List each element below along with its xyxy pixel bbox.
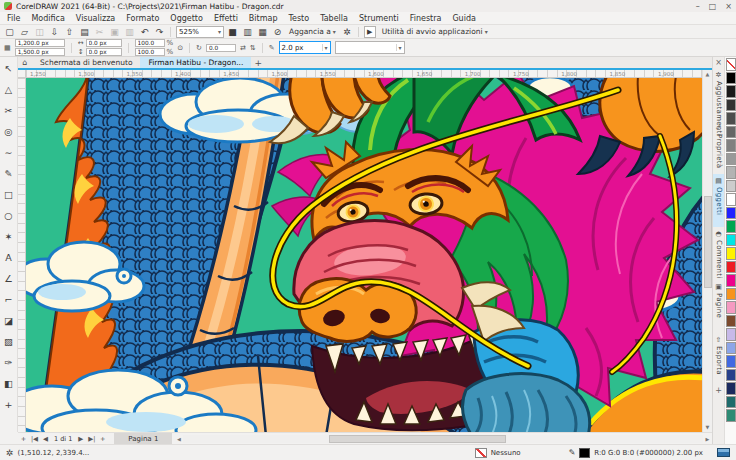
zoom-level-combo[interactable]: 525% ▾ <box>176 26 224 38</box>
palette-swatch-F7941D[interactable] <box>726 288 736 301</box>
status-gear-icon[interactable]: ✲ <box>6 448 14 458</box>
freehand-tool[interactable]: ∼ <box>1 142 17 163</box>
palette-swatch-F49AC1[interactable] <box>726 301 736 314</box>
palette-swatch-00A651[interactable] <box>726 220 736 233</box>
color-eyedropper-tool[interactable]: ✑ <box>1 352 17 373</box>
scale-h-field[interactable] <box>135 39 165 47</box>
next-page-button[interactable]: ▶ <box>75 435 86 443</box>
vertical-ruler[interactable]: 2,2502,3002,3502,4002,4502,5002,550 <box>18 78 26 432</box>
palette-no-color[interactable] <box>726 58 736 71</box>
palette-swatch-666666[interactable] <box>726 126 736 139</box>
outline-width-combo[interactable]: 2.0 px ▾ <box>279 41 331 54</box>
scale-v-field[interactable] <box>135 48 165 56</box>
menu-finestra[interactable]: Finestra <box>410 14 442 23</box>
page-width-field[interactable] <box>15 39 65 47</box>
scroll-right-icon[interactable]: ▶ <box>703 436 712 442</box>
print-icon[interactable]: ▤ <box>79 26 90 38</box>
docker-tab-aggiustamenti[interactable]: ✲Aggiustamenti <box>713 68 725 121</box>
docker-tab-oggetti[interactable]: ▤Oggetti <box>713 174 725 227</box>
docker-add-button[interactable]: + <box>715 386 722 398</box>
transparency-tool[interactable]: ▨ <box>1 331 17 352</box>
scroll-up-icon[interactable]: ▲ <box>706 70 710 79</box>
artistic-media-tool[interactable]: ✎ <box>1 163 17 184</box>
outline-color-swatch[interactable] <box>579 448 590 458</box>
docker-tab-commenti[interactable]: ◓Commenti <box>713 227 725 280</box>
connector-tool[interactable]: ⌐ <box>1 289 17 310</box>
text-tool[interactable]: A <box>1 247 17 268</box>
home-icon[interactable]: ⌂ <box>18 57 32 68</box>
new-document-icon[interactable]: ▢ <box>4 26 15 38</box>
palette-swatch-4169E1[interactable] <box>726 355 736 368</box>
rectangle-tool[interactable]: □ <box>1 184 17 205</box>
palette-swatch-4D4D4D[interactable] <box>726 112 736 125</box>
add-page-button-end[interactable]: + <box>97 435 108 443</box>
menu-oggetto[interactable]: Oggetto <box>170 14 203 23</box>
rotation-angle-field[interactable] <box>206 44 236 52</box>
menu-tabella[interactable]: Tabella <box>320 14 348 23</box>
fill-none-swatch[interactable] <box>475 448 487 458</box>
interactive-fill-tool[interactable]: ◧ <box>1 373 17 394</box>
page-tab[interactable]: Pagina 1 <box>114 433 172 445</box>
palette-swatch-1B2A5E[interactable] <box>726 382 736 395</box>
ellipse-tool[interactable]: ○ <box>1 205 17 226</box>
palette-swatch-1E6B6B[interactable] <box>726 396 736 409</box>
palette-swatch-8CA6E8[interactable] <box>726 342 736 355</box>
palette-swatch-1A1A1A[interactable] <box>726 85 736 98</box>
object-x-field[interactable] <box>86 39 122 47</box>
palette-swatch-FFF200[interactable] <box>726 247 736 260</box>
maximize-button[interactable]: □ <box>709 2 717 11</box>
polygon-tool[interactable]: ✶ <box>1 226 17 247</box>
docker-close-icon[interactable]: × <box>715 57 722 68</box>
open-icon[interactable]: ▱ <box>19 26 30 38</box>
display-settings-icon[interactable] <box>717 448 730 457</box>
more-tools[interactable]: + <box>1 394 17 415</box>
launcher-icon[interactable]: ▶ <box>364 26 376 38</box>
horizontal-scrollbar[interactable]: ◀ ▶ <box>174 433 712 445</box>
last-page-button[interactable]: ▶| <box>86 435 97 443</box>
menu-formato[interactable]: Formato <box>126 14 159 23</box>
palette-swatch-C7B9E8[interactable] <box>726 328 736 341</box>
zoom-tool[interactable]: ◎ <box>1 121 17 142</box>
horizontal-scrollbar-thumb[interactable] <box>329 435 506 443</box>
shape-tool[interactable]: △ <box>1 79 17 100</box>
page-height-field[interactable] <box>15 48 65 56</box>
first-page-button[interactable]: |◀ <box>29 435 40 443</box>
snap-off-icon[interactable]: ⊘ <box>272 26 283 38</box>
drop-shadow-tool[interactable]: ◪ <box>1 310 17 331</box>
palette-swatch-27408B[interactable] <box>726 369 736 382</box>
dimension-tool[interactable]: ∠ <box>1 268 17 289</box>
palette-swatch-000000[interactable] <box>726 72 736 85</box>
show-grid-icon[interactable]: ▦ <box>257 26 268 38</box>
palette-swatch-EC008C[interactable] <box>726 274 736 287</box>
palette-swatch-999999[interactable] <box>726 153 736 166</box>
export-icon[interactable]: ⇧ <box>64 26 75 38</box>
mirror-horizontal-button[interactable]: ⇄ <box>240 44 246 52</box>
options-gear-icon[interactable]: ✲ <box>342 26 353 38</box>
new-tab-button[interactable]: + <box>251 57 265 68</box>
tab-active-document[interactable]: Firman Hatibu - Dragon... <box>140 57 251 68</box>
palette-swatch-CCCCCC[interactable] <box>726 180 736 193</box>
menu-visualizza[interactable]: Visualizza <box>76 14 115 23</box>
menu-guida[interactable]: Guida <box>452 14 475 23</box>
scroll-down-icon[interactable]: ▼ <box>706 423 710 432</box>
show-rulers-icon[interactable]: ▥ <box>242 26 253 38</box>
full-screen-preview-icon[interactable]: ■ <box>227 26 238 38</box>
line-style-combo[interactable]: ▾ <box>335 41 405 54</box>
dragon-artwork[interactable] <box>26 78 702 432</box>
palette-swatch-00E5E5[interactable] <box>726 234 736 247</box>
palette-swatch-FFFFFF[interactable] <box>726 193 736 206</box>
palette-swatch-B3B3B3[interactable] <box>726 166 736 179</box>
menu-testo[interactable]: Testo <box>288 14 309 23</box>
palette-swatch-7B4A2D[interactable] <box>726 315 736 328</box>
menu-modifica[interactable]: Modifica <box>31 14 64 23</box>
crop-tool[interactable]: ✂ <box>1 100 17 121</box>
palette-swatch-2E8B74[interactable] <box>726 409 736 422</box>
palette-swatch-808080[interactable] <box>726 139 736 152</box>
docker-tab-pagine[interactable]: ▣Pagine <box>713 280 725 333</box>
menu-file[interactable]: File <box>7 14 20 23</box>
horizontal-ruler[interactable]: 1,2501,3001,3501,4001,4501,5001,5501,600… <box>26 70 702 78</box>
import-icon[interactable]: ⇩ <box>49 26 60 38</box>
chevron-down-icon[interactable]: ▾ <box>218 28 221 35</box>
prev-page-button[interactable]: ◀ <box>40 435 51 443</box>
drawing-area[interactable] <box>26 78 702 432</box>
